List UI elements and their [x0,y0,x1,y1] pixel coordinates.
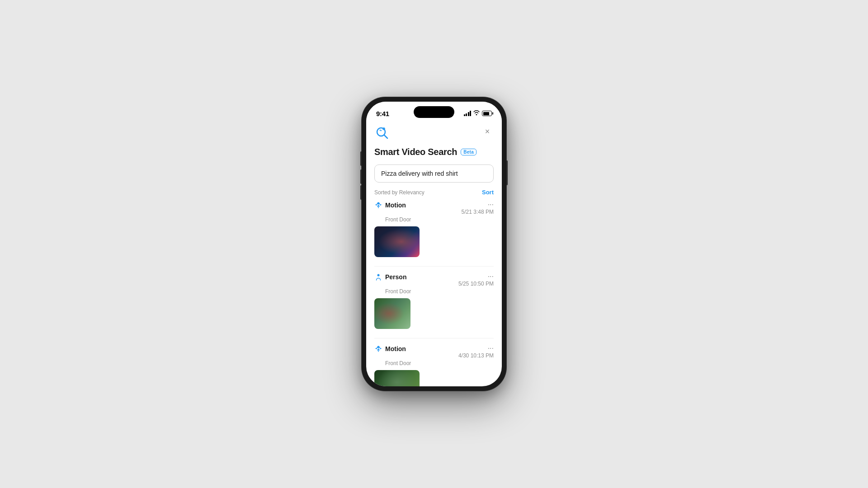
result-type-2: Person [385,273,406,281]
phone-wrapper: 9:41 [362,97,506,391]
app-content: × Smart Video Search Beta Sorted by Rele… [366,122,502,386]
beta-badge: Beta [461,149,476,155]
divider-2 [374,338,494,338]
smart-search-icon [374,125,391,141]
result-thumb-wrapper-1 [374,226,494,257]
screen-inner[interactable]: × Smart Video Search Beta Sorted by Rele… [366,122,502,386]
result-meta-1: ··· 5/21 3:48 PM [462,201,494,215]
page-title-row: Smart Video Search Beta [374,147,494,157]
wifi-icon [473,110,480,117]
result-thumbnail-1[interactable] [374,226,420,257]
search-input[interactable] [374,164,494,183]
search-input-wrapper [374,164,494,183]
result-item-3[interactable]: Motion ··· 4/30 10:13 PM Front Door [374,345,494,386]
result-location-3: Front Door [385,360,494,366]
result-item-2[interactable]: Person ··· 5/25 10:50 PM Front Door [374,273,494,329]
result-type-row: Motion [374,201,406,209]
result-location-1: Front Door [385,216,494,223]
motion-icon [374,201,382,209]
result-type-1: Motion [385,202,406,209]
page-title: Smart Video Search [374,147,457,157]
more-button-1[interactable]: ··· [488,201,494,208]
svg-line-1 [384,135,388,139]
result-header-2: Person ··· 5/25 10:50 PM [374,273,494,287]
sort-button[interactable]: Sort [482,189,494,196]
result-type-row-3: Motion [374,345,406,353]
svg-point-2 [382,127,385,130]
motion-icon-2 [374,345,382,353]
phone-screen: 9:41 [366,102,502,386]
result-timestamp-1: 5/21 3:48 PM [462,209,494,215]
result-timestamp-2: 5/25 10:50 PM [458,281,494,287]
person-icon [374,273,382,281]
status-time: 9:41 [376,110,389,117]
battery-fill [483,112,490,115]
result-thumb-wrapper-3 [374,370,494,386]
divider-1 [374,266,494,267]
sort-row: Sorted by Relevancy Sort [374,189,494,196]
svg-point-4 [377,274,380,277]
result-header: Motion ··· 5/21 3:48 PM [374,201,494,215]
dynamic-island [414,106,454,118]
status-bar: 9:41 [366,102,502,122]
result-type-3: Motion [385,345,406,352]
close-button[interactable]: × [481,125,494,138]
result-thumbnail-2[interactable] [374,298,410,329]
more-button-3[interactable]: ··· [488,345,494,352]
result-meta-3: ··· 4/30 10:13 PM [458,345,494,359]
result-timestamp-3: 4/30 10:13 PM [458,352,494,359]
result-thumbnail-3[interactable] [374,370,420,386]
signal-icon [464,111,472,116]
more-button-2[interactable]: ··· [488,273,494,280]
battery-icon [482,111,492,116]
result-location-2: Front Door [385,288,494,295]
result-meta-2: ··· 5/25 10:50 PM [458,273,494,287]
result-header-3: Motion ··· 4/30 10:13 PM [374,345,494,359]
sort-label: Sorted by Relevancy [374,189,425,196]
result-item[interactable]: Motion ··· 5/21 3:48 PM Front Door [374,201,494,257]
result-type-row-2: Person [374,273,406,281]
result-thumb-wrapper-2 [374,298,494,329]
status-icons [464,110,492,117]
app-header: × [374,122,494,141]
